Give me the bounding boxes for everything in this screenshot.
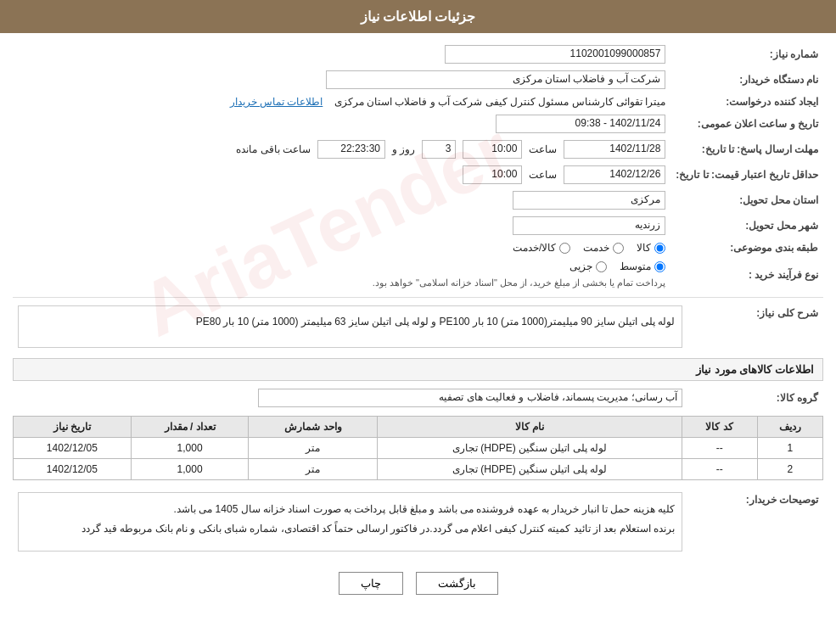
radio-khadam[interactable]: خدمت (583, 242, 624, 254)
cell-tedad: 1,000 (131, 438, 249, 459)
radio-kala-label: کالا (637, 242, 651, 254)
group-kala-cell: آب رسانی؛ مدیریت پسماند، فاضلاب و فعالیت… (13, 385, 687, 411)
tawsiyeh-table: توصیحات خریدار: کلیه هزینه حمل تا انبار … (13, 489, 823, 555)
tawsiyeh-box: کلیه هزینه حمل تا انبار خریدار به عهده ف… (18, 492, 682, 552)
mohlat-saat: 22:23:30 (317, 140, 385, 159)
tarikh-elan-label: تاریخ و ساعت اعلان عمومی: (670, 111, 823, 137)
radio-motavaset-input[interactable] (654, 261, 665, 272)
radio-jozyi-input[interactable] (596, 261, 607, 272)
table-row: 2 -- لوله پلی اتیلن سنگین (HDPE) تجاری م… (14, 459, 823, 480)
table-row: 1 -- لوله پلی اتیلن سنگین (HDPE) تجاری م… (14, 438, 823, 459)
ijad-konande-link[interactable]: اطلاعات تماس خریدار (230, 96, 323, 108)
hadaq-cell: 1402/12/26 ساعت 10:00 (13, 162, 670, 188)
sharh-cell: لوله پلی اتیلن سایز 90 میلیمتر(1000 متر)… (13, 302, 687, 351)
tabaqe-cell: کالا خدمت کالا/خدمت (13, 238, 670, 257)
mohlat-date: 1402/11/28 (564, 140, 665, 159)
tarikh-elan-input: 1402/11/24 - 09:38 (496, 115, 665, 133)
cell-tarikh: 1402/12/05 (14, 438, 132, 459)
radio-motavaset[interactable]: متوسط (620, 260, 665, 272)
radio-kala[interactable]: کالا (637, 242, 665, 254)
hadaq-label: حداقل تاریخ اعتبار قیمت: تا تاریخ: (670, 162, 823, 188)
col-vahed: واحد شمارش (249, 417, 378, 438)
tawsiyeh-label-cell: توصیحات خریدار: (687, 489, 823, 555)
radio-jozyi[interactable]: جزیی (569, 260, 607, 272)
hadaq-date: 1402/12/26 (564, 165, 665, 184)
col-nam: نام کالا (378, 417, 682, 438)
mohlat-time-label: ساعت (529, 143, 557, 155)
hadaq-time: 10:00 (463, 165, 522, 184)
mohlat-roz-label: روز و (392, 143, 415, 155)
sharh-box: لوله پلی اتیلن سایز 90 میلیمتر(1000 متر)… (18, 305, 682, 348)
shahr-cell: زرندیه (13, 213, 670, 238)
shahr-label: شهر محل تحویل: (670, 213, 823, 238)
page-title: جزئیات اطلاعات نیاز (361, 9, 476, 24)
ijad-konande-cell: میترا تقوائی کارشناس مسئول کنترل کیفی شر… (13, 92, 670, 111)
shahr-input: زرندیه (513, 216, 665, 235)
group-kala-table: گروه کالا: آب رسانی؛ مدیریت پسماند، فاضل… (13, 385, 823, 411)
cell-vahed: متر (249, 438, 378, 459)
group-kala-label: گروه کالا: (687, 385, 823, 411)
mohlat-time: 10:00 (463, 140, 522, 159)
cell-nam: لوله پلی اتیلن سنگین (HDPE) تجاری (378, 459, 682, 480)
noe-farayand-label: نوع فرآیند خرید : (670, 257, 823, 292)
radio-kala-khadam-label: کالا/خدمت (513, 242, 556, 254)
mohlat-cell: 1402/11/28 ساعت 10:00 3 روز و 22:23:30 س… (13, 137, 670, 162)
nam-dastgah-cell: شرکت آب و فاضلاب استان مرکزی (13, 67, 670, 92)
radio-kala-input[interactable] (654, 243, 665, 254)
kala-info-section-title: اطلاعات کالاهای مورد نیاز (13, 358, 823, 381)
nam-dastgah-input: شرکت آب و فاضلاب استان مرکزی (326, 70, 665, 89)
ostan-label: استان محل تحویل: (670, 188, 823, 213)
goods-table: ردیف کد کالا نام کالا واحد شمارش تعداد /… (13, 416, 823, 480)
col-kod: کد کالا (682, 417, 757, 438)
ostan-input: مرکزی (513, 191, 665, 210)
radio-kala-khadam[interactable]: کالا/خدمت (513, 242, 570, 254)
col-radif: ردیف (757, 417, 822, 438)
sharh-table: شرح کلی نیاز: لوله پلی اتیلن سایز 90 میل… (13, 302, 823, 351)
chap-button[interactable]: چاپ (339, 572, 403, 595)
nam-dastgah-label: نام دستگاه خریدار: (670, 67, 823, 92)
mohlat-label: مهلت ارسال پاسخ: تا تاریخ: (670, 137, 823, 162)
cell-radif: 1 (757, 438, 822, 459)
main-info-table: شماره نیاز: 1102001099000857 نام دستگاه … (13, 42, 823, 292)
radio-khadam-label: خدمت (583, 242, 609, 254)
shomare-niaz-value: 1102001099000857 (13, 42, 670, 67)
cell-kod: -- (682, 459, 757, 480)
ostan-cell: مرکزی (13, 188, 670, 213)
radio-khadam-input[interactable] (613, 243, 624, 254)
hadaq-time-label: ساعت (529, 169, 557, 181)
farayand-note: پرداخت تمام یا بخشی از مبلغ خرید، از محل… (373, 277, 666, 288)
cell-kod: -- (682, 438, 757, 459)
radio-kala-khadam-input[interactable] (559, 243, 570, 254)
button-group: بازگشت چاپ (13, 572, 823, 595)
ijad-konande-label: ایجاد کننده درخواست: (670, 92, 823, 111)
cell-tarikh: 1402/12/05 (14, 459, 132, 480)
sharh-label-cell: شرح کلی نیاز: (687, 302, 823, 351)
cell-tedad: 1,000 (131, 459, 249, 480)
mohlat-saat-label: ساعت باقی مانده (236, 143, 311, 155)
cell-vahed: متر (249, 459, 378, 480)
tawsiyeh-cell: کلیه هزینه حمل تا انبار خریدار به عهده ف… (13, 489, 687, 555)
cell-radif: 2 (757, 459, 822, 480)
radio-motavaset-label: متوسط (620, 260, 651, 272)
col-tarikh: تاریخ نیاز (14, 417, 132, 438)
shomare-niaz-label: شماره نیاز: (670, 42, 823, 67)
cell-nam: لوله پلی اتیلن سنگین (HDPE) تجاری (378, 438, 682, 459)
ijad-konande-name: میترا تقوائی کارشناس مسئول کنترل کیفی شر… (334, 96, 666, 108)
tabaqe-label: طبقه بندی موضوعی: (670, 238, 823, 257)
bazgasht-button[interactable]: بازگشت (416, 572, 498, 595)
page-header: جزئیات اطلاعات نیاز (0, 0, 836, 33)
radio-jozyi-label: جزیی (569, 260, 592, 272)
mohlat-roz: 3 (422, 140, 456, 159)
tarikh-elan-cell: 1402/11/24 - 09:38 (13, 111, 670, 137)
shomare-niaz-input: 1102001099000857 (445, 45, 665, 64)
noe-farayand-cell: متوسط جزیی پرداخت تمام یا بخشی از مبلغ خ… (13, 257, 670, 292)
col-tedad: تعداد / مقدار (131, 417, 249, 438)
group-kala-input: آب رسانی؛ مدیریت پسماند، فاضلاب و فعالیت… (258, 389, 682, 407)
